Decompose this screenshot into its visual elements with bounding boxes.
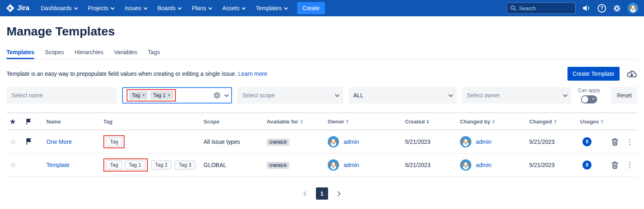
header-available-for[interactable]: Available for	[261, 119, 322, 125]
favorite-star-icon[interactable]: ☆	[10, 161, 16, 169]
delete-icon[interactable]	[611, 161, 618, 169]
more-actions-icon[interactable]: ⋮	[626, 161, 633, 169]
tab-hierarchies[interactable]: Hierarchies	[74, 49, 103, 59]
header-tag: Tag	[98, 119, 198, 125]
create-template-button[interactable]: Create Template	[567, 67, 620, 81]
filter-bar: Select name Tag × Tag 1 × × Select scope	[7, 87, 637, 103]
jira-logo	[6, 4, 15, 13]
chevron-down-icon	[178, 6, 182, 10]
templates-table: ★ Name Tag Scope Available for Owner Cre…	[7, 112, 637, 177]
changed-by-link[interactable]: admin	[476, 162, 491, 168]
nav-projects[interactable]: Projects	[88, 5, 114, 11]
header-changed[interactable]: Changed	[524, 119, 574, 125]
created-date: 5/21/2023	[399, 139, 454, 145]
changed-by-cell: admin	[454, 136, 524, 147]
owner-avatar	[328, 136, 339, 147]
gear-icon[interactable]	[613, 4, 621, 13]
chevron-down-icon	[335, 92, 340, 97]
tab-scopes[interactable]: Scopes	[45, 49, 64, 59]
owner-filter-select[interactable]: Select owner	[462, 87, 571, 103]
flag-icon	[26, 138, 32, 145]
current-page-button[interactable]: 1	[316, 187, 328, 200]
name-filter-select[interactable]: Select name	[7, 87, 117, 103]
global-search[interactable]	[506, 2, 576, 14]
template-name-link[interactable]: One More	[46, 139, 72, 145]
template-name-link[interactable]: Template	[46, 162, 70, 168]
available-for-badge: OWNER	[267, 139, 289, 146]
favorite-star-icon[interactable]: ☆	[10, 138, 16, 146]
main-navigation: Dashboards Projects Issues Boards Plans …	[41, 5, 287, 11]
clear-filter-icon[interactable]: ×	[214, 92, 220, 99]
owner-filter-placeholder: Select owner	[467, 92, 500, 99]
nav-plans[interactable]: Plans	[192, 5, 212, 11]
nav-boards[interactable]: Boards	[158, 5, 181, 11]
tab-tags[interactable]: Tags	[148, 49, 160, 59]
previous-page-icon[interactable]	[303, 191, 309, 196]
created-date: 5/21/2023	[399, 162, 454, 168]
chevron-down-icon	[563, 92, 567, 97]
tag-chip: Tag 3	[175, 161, 195, 169]
learn-more-link[interactable]: Learn more	[238, 70, 267, 77]
owner-link[interactable]: admin	[344, 162, 359, 168]
more-actions-icon[interactable]: ⋮	[626, 138, 633, 145]
header-owner[interactable]: Owner	[322, 119, 399, 125]
tab-templates[interactable]: Templates	[7, 49, 34, 59]
scope-value: All issue types	[198, 139, 261, 145]
header-created[interactable]: Created	[399, 119, 454, 125]
chevron-down-icon	[284, 6, 288, 10]
header-changed-by[interactable]: Changed by	[454, 119, 524, 125]
description-row: Template is an easy way to prepopulate f…	[7, 67, 637, 81]
available-for-filter-select[interactable]: ALL	[348, 87, 457, 103]
table-row: ☆ Template Tag Tag 1 Tag 2 Tag 3 GLOBAL …	[7, 154, 637, 177]
chevron-down-icon	[224, 92, 229, 97]
next-page-icon[interactable]	[335, 191, 341, 196]
changed-by-link[interactable]: admin	[476, 139, 491, 145]
changed-by-avatar	[460, 136, 471, 147]
star-column-icon: ★	[10, 118, 15, 125]
tag-filter-chip: Tag ×	[129, 91, 148, 99]
sort-icon	[300, 119, 303, 123]
flag-column-icon	[26, 119, 31, 125]
name-filter-placeholder: Select name	[11, 92, 43, 99]
remove-chip-icon[interactable]: ×	[142, 93, 145, 98]
tab-variables[interactable]: Variables	[114, 49, 137, 59]
scope-filter-select[interactable]: Select scope	[237, 87, 343, 103]
create-button[interactable]: Create	[297, 2, 325, 14]
available-for-value: ALL	[353, 92, 364, 99]
tag-chip: Tag	[106, 137, 122, 146]
user-avatar[interactable]	[628, 3, 638, 13]
chevron-down-icon	[242, 6, 246, 10]
nav-dashboards[interactable]: Dashboards	[41, 5, 77, 11]
owner-link[interactable]: admin	[344, 139, 359, 145]
tag-filter-chip: Tag 1 ×	[150, 91, 173, 99]
reset-filters-button[interactable]: Reset	[611, 87, 637, 103]
delete-icon[interactable]	[611, 138, 618, 146]
changed-date: 5/21/2023	[524, 162, 574, 168]
chevron-down-icon	[74, 6, 78, 10]
header-name[interactable]: Name	[41, 119, 98, 125]
page-description: Template is an easy way to prepopulate f…	[7, 70, 267, 77]
search-input[interactable]	[519, 5, 568, 11]
sort-icon	[554, 119, 556, 123]
nav-issues[interactable]: Issues	[125, 5, 147, 11]
tag-filter-select[interactable]: Tag × Tag 1 × ×	[122, 87, 232, 103]
remove-chip-icon[interactable]: ×	[168, 93, 171, 98]
can-apply-label: Can apply	[578, 88, 600, 93]
can-apply-toggle[interactable]: ×	[581, 95, 597, 103]
usages-badge: 0	[583, 161, 591, 169]
header-usages[interactable]: Usages	[574, 119, 609, 125]
can-apply-filter: Can apply ×	[578, 88, 600, 103]
cloud-download-icon[interactable]	[626, 68, 637, 79]
chevron-down-icon	[143, 6, 147, 10]
sort-icon	[492, 119, 495, 123]
toggle-knob	[582, 96, 588, 103]
announcements-icon[interactable]	[582, 4, 591, 12]
jira-home-link[interactable]: Jira	[6, 4, 29, 13]
annotation-box: Tag × Tag 1 ×	[127, 89, 176, 101]
sort-icon-active	[427, 119, 429, 123]
nav-assets[interactable]: Assets	[222, 5, 245, 11]
row-actions: ⋮	[609, 161, 637, 169]
tag-chip-label: Tag	[132, 92, 140, 98]
nav-templates[interactable]: Templates	[256, 5, 287, 11]
help-icon[interactable]: ?	[598, 4, 606, 13]
